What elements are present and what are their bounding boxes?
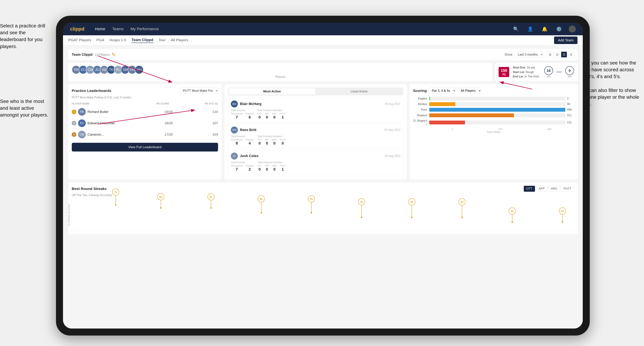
player-activity-date: 26 Aug 2023 xyxy=(385,155,400,158)
lb-score: 18/20 xyxy=(153,121,184,125)
avatar[interactable] xyxy=(569,25,576,32)
view-filter-btn[interactable]: ⇅ xyxy=(568,51,574,57)
rank-badge: 1 xyxy=(72,110,76,114)
total-rounds-group: Total Rounds Tournament8 Practice4 xyxy=(231,135,254,146)
shot-details: Shot Dist: 16 yds Start Lie: Rough End L… xyxy=(513,65,539,79)
bar-row-eagles: Eagles 3 xyxy=(413,97,574,100)
practice-leaderboard-card: Practice Leaderboards PUTT Must Make Put… xyxy=(68,84,222,179)
players-label: Players xyxy=(72,75,489,79)
drill-subtitle: PUTT Must Make Putting (3-6 ft), Last 3 … xyxy=(72,96,218,99)
yds-left-circle: 16 xyxy=(544,66,553,75)
nav-logo: clippd xyxy=(70,26,84,32)
player-avatar[interactable]: WH xyxy=(135,65,144,74)
timeline-point: 4x xyxy=(458,198,466,218)
timeline-point: 6x xyxy=(208,193,214,209)
tablet-screen: clippd Home Teams My Performance 🔍 👤 🔔 ⚙… xyxy=(63,23,583,329)
view-grid-btn[interactable]: ⊞ xyxy=(547,51,553,57)
lb-row: 2 EC Edward Crossman 18/20 107 xyxy=(72,118,218,129)
lb-table-header: PLAYER NAME PB SCORE PB AVG SQ xyxy=(72,101,218,106)
team-controls: Team Clippd 14 Players ✏️ Show Last 3 mo… xyxy=(68,49,578,60)
nav-link-my-performance[interactable]: My Performance xyxy=(130,27,159,31)
subnav-all-players[interactable]: All Players xyxy=(171,38,188,43)
player-activity-date: 02 Sep 2023 xyxy=(384,128,400,132)
streaks-card: Best Round Streaks OTT APP ARG PUTT Off … xyxy=(68,182,578,234)
player-activity-row: RB Rees Britt 02 Sep 2023 Total Rounds T… xyxy=(228,124,404,148)
view-list-btn[interactable]: ☰ xyxy=(561,51,567,57)
annotation-top-left: Select a practice drill and see the lead… xyxy=(0,22,52,50)
bar-row-dbogeys: D. Bogeys + 131 xyxy=(413,119,574,126)
stats-row: Total Rounds Tournament 7 Practice xyxy=(231,109,400,120)
scoring-bar-chart: Eagles 3 Birdies xyxy=(413,97,574,134)
subnav-pgat[interactable]: PGAT Players xyxy=(68,38,91,43)
lb-avatar: CM xyxy=(78,131,86,138)
timeline-point: 7x xyxy=(112,188,119,206)
yds-right-circle: 0 xyxy=(565,66,574,75)
add-team-button[interactable]: Add Team xyxy=(554,36,578,44)
streak-tab-putt[interactable]: PUTT xyxy=(561,186,574,192)
scoring-card: Scoring Par 3, 4 & 5s All Players Ea xyxy=(410,84,578,179)
streak-tab-app[interactable]: APP xyxy=(536,186,547,192)
subnav-tour[interactable]: Tour xyxy=(158,38,166,43)
settings-icon[interactable]: ⚙️ xyxy=(556,26,562,32)
streak-tab-arg[interactable]: ARG xyxy=(548,186,560,192)
lb-row: 1 RB Richard Butler 19/20 110 xyxy=(72,106,218,118)
chart-axis: 0 200 400 xyxy=(413,128,574,131)
lb-score: 17/20 xyxy=(153,133,184,137)
subnav-hcaps[interactable]: Hcaps 1-5 xyxy=(110,38,126,43)
top-row-section: RB EC CM JC AB TK PL SM DN WH Players xyxy=(68,63,578,81)
lb-row: 3 CM Cameron... 17/20 103 xyxy=(72,129,218,140)
tab-most-active[interactable]: Most Active xyxy=(228,88,316,95)
timeline-point: 3x xyxy=(509,207,516,223)
timeline-point: 5x xyxy=(308,195,315,213)
players-filter-dropdown[interactable]: All Players xyxy=(458,88,481,94)
stats-row: Total Rounds Tournament7 Practice2 Total… xyxy=(231,161,400,172)
player-activity-name: Josh Coles xyxy=(240,154,385,158)
bell-icon[interactable]: 🔔 xyxy=(542,26,548,32)
total-practice-group: Total Practice Activities OTT0 APP0 ARG0… xyxy=(257,135,286,146)
lb-name: Edward Crossman xyxy=(88,121,151,125)
stats-row: Total Rounds Tournament8 Practice4 Total… xyxy=(231,135,400,146)
nav-link-home[interactable]: Home xyxy=(95,27,105,31)
subnav: PGAT Players PGA Hcaps 1-5 Team Clippd T… xyxy=(63,35,583,45)
drill-selector[interactable]: PUTT Must Make Putting... xyxy=(180,88,218,94)
leaderboard-header: Practice Leaderboards PUTT Must Make Put… xyxy=(72,88,218,94)
streak-tab-ott[interactable]: OTT xyxy=(524,186,535,192)
y-axis-label: % Fairway Accuracy xyxy=(68,204,70,226)
tab-least-active[interactable]: Least Active xyxy=(316,88,402,95)
edit-icon[interactable]: ✏️ xyxy=(112,53,116,56)
shot-yds: 16 yds 0 yds xyxy=(544,66,574,78)
lb-avg: 107 xyxy=(186,121,218,125)
player-activity-avatar: JC xyxy=(231,153,238,160)
subnav-team-clippd[interactable]: Team Clippd xyxy=(132,38,153,43)
person-icon[interactable]: 👤 xyxy=(528,26,533,32)
lb-avg: 110 xyxy=(186,110,218,114)
show-label: Show xyxy=(504,53,512,56)
avatars-list: RB EC CM JC AB TK PL SM DN WH xyxy=(72,65,489,74)
timeline-point: 6x xyxy=(157,193,164,209)
timeline-point: 4x xyxy=(408,198,415,218)
total-rounds-group: Total Rounds Tournament7 Practice2 xyxy=(231,161,254,172)
nav-link-teams[interactable]: Teams xyxy=(112,27,124,31)
total-practice-group: Total Practice Activities OTT0 APP0 ARG0… xyxy=(257,161,286,172)
view-full-leaderboard-button[interactable]: View Full Leaderboard xyxy=(72,143,218,152)
player-activity-row: JC Josh Coles 26 Aug 2023 Total Rounds T… xyxy=(228,150,404,174)
view-grid2-btn[interactable]: ⊟ xyxy=(554,51,560,57)
total-shots-label: Total Shots xyxy=(413,131,574,134)
subnav-pga[interactable]: PGA xyxy=(96,38,104,43)
lb-name: Cameron... xyxy=(88,133,151,137)
timeline-point: 3x xyxy=(559,207,566,223)
player-activity-name: Blair McHarg xyxy=(240,102,385,106)
player-row-top: BM Blair McHarg 26 Aug 2023 xyxy=(231,100,400,107)
lb-avatar: EC xyxy=(78,119,86,127)
player-activity-row: BM Blair McHarg 26 Aug 2023 Total Rounds xyxy=(228,98,404,122)
team-title: Team Clippd 14 Players xyxy=(72,53,110,57)
shot-info-card: 198 SQ Shot Dist: 16 yds Start Lie: Roug… xyxy=(495,63,578,81)
team-player-count: 14 Players xyxy=(95,53,110,56)
streaks-title: Best Round Streaks xyxy=(72,187,524,191)
par-filter-dropdown[interactable]: Par 3, 4 & 5s xyxy=(428,88,456,94)
lb-score: 19/20 xyxy=(153,110,184,114)
players-section: RB EC CM JC AB TK PL SM DN WH Players xyxy=(68,63,492,81)
search-icon[interactable]: 🔍 xyxy=(513,26,519,32)
show-dropdown[interactable]: Last 3 months Last 6 months Last year xyxy=(514,51,543,58)
timeline-chart: % Fairway Accuracy 7x 6x xyxy=(72,199,574,231)
